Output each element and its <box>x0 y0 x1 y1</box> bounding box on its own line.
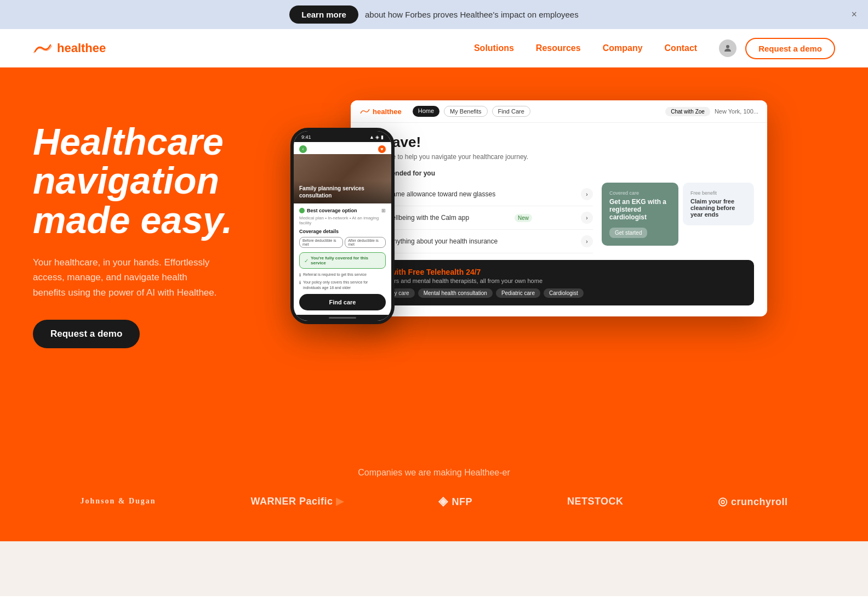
nav-resources[interactable]: Resources <box>536 43 581 53</box>
account-icon[interactable] <box>719 39 736 57</box>
desktop-greeting-sub: We're here to help you navigate your hea… <box>364 153 754 161</box>
desktop-item-3-arrow[interactable]: › <box>581 235 593 247</box>
mobile-pill-after[interactable]: After deductible is met <box>345 237 386 248</box>
desktop-recommended-title: Recommended for you <box>364 169 754 177</box>
desktop-app-screenshot: healthee Home My Benefits Find Care Chat… <box>351 100 767 316</box>
mobile-bottom-bar <box>294 315 391 321</box>
mobile-info-text-1: Referral is required to get this service <box>303 272 367 277</box>
desktop-find-care-pill[interactable]: Find Care <box>492 106 530 117</box>
mobile-card-body: Best coverage option ⊞ Medical plan • In… <box>294 203 391 315</box>
banner-text: about how Forbes proves Healthee's impac… <box>365 10 579 19</box>
hero-cta-button[interactable]: Request a demo <box>33 320 140 348</box>
desktop-nav-bar: healthee Home My Benefits Find Care Chat… <box>351 100 767 123</box>
tag-cardiologist[interactable]: Cardiologist <box>544 288 584 298</box>
desktop-logo-text: healthee <box>373 107 402 116</box>
nav-right-actions: Request a demo <box>719 38 835 59</box>
mobile-info-icon-1: ℹ <box>299 273 301 277</box>
mobile-signal-icons: ▲ ◈ ▮ <box>369 134 384 140</box>
mobile-home-indicator <box>329 317 356 319</box>
mobile-card-title: Family planning services consultation <box>299 185 386 199</box>
card-ekg-btn[interactable]: Get started <box>609 228 647 238</box>
desktop-card-cleaning: Free benefit Claim your free cleaning be… <box>683 183 754 225</box>
tag-pediatric[interactable]: Pediatric care <box>496 288 540 298</box>
learn-more-button[interactable]: Learn more <box>289 5 358 24</box>
mobile-covered-text: You're fully covered for this service <box>311 256 381 265</box>
partner-warner: WARNER Pacific ▶ <box>250 495 344 507</box>
desktop-greeting: Hi Dave! <box>364 134 754 151</box>
location-text: New York, 100... <box>715 108 758 115</box>
partners-logos: Johnson & Dugan WARNER Pacific ▶ ◈ NFP N… <box>33 494 835 508</box>
card-cleaning-title: Claim your free cleaning before year end… <box>690 198 746 218</box>
mobile-pill-before[interactable]: Before deductible is met <box>299 237 343 248</box>
desktop-main-col: ur $150 frame allowance toward new glass… <box>364 183 593 253</box>
partner-crunchyroll: ◎ crunchyroll <box>718 495 787 508</box>
desktop-nav-pills: Home My Benefits Find Care <box>413 106 530 117</box>
banner-close-button[interactable]: × <box>851 9 857 20</box>
telehealth-title: care with Free Telehealth 24/7 <box>373 268 745 276</box>
mobile-find-care-button[interactable]: Find care <box>299 294 386 310</box>
mobile-check-icon: ✓ <box>304 258 309 264</box>
mobile-info-text-2: Your policy only covers this service for… <box>303 280 386 291</box>
mobile-coverage-title: Coverage details <box>299 229 386 234</box>
chat-zoe-btn[interactable]: Chat with Zoe <box>665 107 710 116</box>
main-nav: healthee Solutions Resources Company Con… <box>0 29 868 67</box>
desktop-item-2[interactable]: ze your wellbeing with the Calm app New … <box>364 206 593 230</box>
nav-solutions[interactable]: Solutions <box>474 43 514 53</box>
desktop-item-3[interactable]: Ask Zoe anything about your health insur… <box>364 230 593 253</box>
desktop-item-1-arrow[interactable]: › <box>581 188 593 200</box>
partner-warner-text: WARNER Pacific <box>250 496 333 507</box>
nav-demo-button[interactable]: Request a demo <box>745 38 835 59</box>
mobile-status-bar: 9:41 ▲ ◈ ▮ <box>294 131 391 142</box>
bottom-area <box>0 541 868 596</box>
partner-nfp: ◈ NFP <box>438 494 472 508</box>
mobile-card-header: ‹ ♥ <box>294 142 391 154</box>
mobile-back-btn[interactable]: ‹ <box>299 145 307 153</box>
mobile-time: 9:41 <box>301 134 311 140</box>
desktop-my-benefits-pill[interactable]: My Benefits <box>444 106 487 117</box>
mobile-save-btn[interactable]: ♥ <box>378 145 386 153</box>
card-ekg-title: Get an EKG with a registered cardiologis… <box>609 198 671 221</box>
nav-links: Solutions Resources Company Contact <box>474 43 697 53</box>
card-covered-label: Covered care <box>609 190 671 196</box>
desktop-item-2-arrow[interactable]: › <box>581 212 593 224</box>
telehealth-rest: Telehealth 24/7 <box>426 268 481 276</box>
coverage-dot <box>299 208 305 213</box>
tag-mental-health[interactable]: Mental health consultation <box>418 288 493 298</box>
crunchyroll-icon: ◎ <box>718 495 731 507</box>
partner-netstock: NETSTOCK <box>567 496 624 507</box>
mobile-plan-text: Medical plan • In-network • At an imagin… <box>299 216 386 225</box>
hero-title: Healthcare navigation made easy. <box>33 122 296 240</box>
hero-text: Healthcare navigation made easy. Your he… <box>33 100 296 348</box>
partners-title: Companies we are making Healthee-er <box>33 468 835 478</box>
partner-crunchyroll-text: crunchyroll <box>731 496 788 507</box>
nav-company[interactable]: Company <box>603 43 643 53</box>
desktop-home-pill[interactable]: Home <box>413 106 439 117</box>
nfp-icon: ◈ <box>438 494 452 508</box>
mobile-info-row-1: ℹ Referral is required to get this servi… <box>299 272 386 277</box>
desktop-card-ekg: Covered care Get an EKG with a registere… <box>602 183 678 246</box>
mobile-info-icon-2: ℹ <box>299 280 301 285</box>
desktop-new-badge: New <box>515 214 532 222</box>
warner-arrow: ▶ <box>336 496 344 507</box>
desktop-logo: healthee <box>359 107 402 116</box>
mobile-app-screenshot: 9:41 ▲ ◈ ▮ ‹ ♥ Family planning services … <box>290 128 395 324</box>
mobile-info-row-2: ℹ Your policy only covers this service f… <box>299 280 386 291</box>
hero-subtitle: Your healthcare, in your hands. Effortle… <box>33 255 219 300</box>
mobile-covered-banner: ✓ You're fully covered for this service <box>299 252 386 269</box>
nav-contact[interactable]: Contact <box>665 43 698 53</box>
desktop-side-cards: Covered care Get an EKG with a registere… <box>602 183 754 253</box>
logo-link[interactable]: healthee <box>33 41 106 55</box>
desktop-content: Hi Dave! We're here to help you navigate… <box>351 123 767 316</box>
mobile-deductible-pills: Before deductible is met After deductibl… <box>299 237 386 248</box>
desktop-telehealth-banner: care with Free Telehealth 24/7 to doctor… <box>364 260 754 305</box>
desktop-item-1[interactable]: ur $150 frame allowance toward new glass… <box>364 183 593 206</box>
hero-section: Healthcare navigation made easy. Your he… <box>0 67 868 451</box>
coverage-badge-icon: ⊞ <box>381 208 386 213</box>
mobile-hero-overlay: Family planning services consultation <box>294 180 391 203</box>
coverage-badge-text: Best coverage option <box>307 208 357 213</box>
announcement-banner: Learn more about how Forbes proves Healt… <box>0 0 868 29</box>
mobile-hero-image: Family planning services consultation <box>294 154 391 203</box>
logo-text: healthee <box>57 41 106 55</box>
telehealth-highlight: Free <box>408 268 425 276</box>
healthee-logo-icon <box>33 42 53 55</box>
